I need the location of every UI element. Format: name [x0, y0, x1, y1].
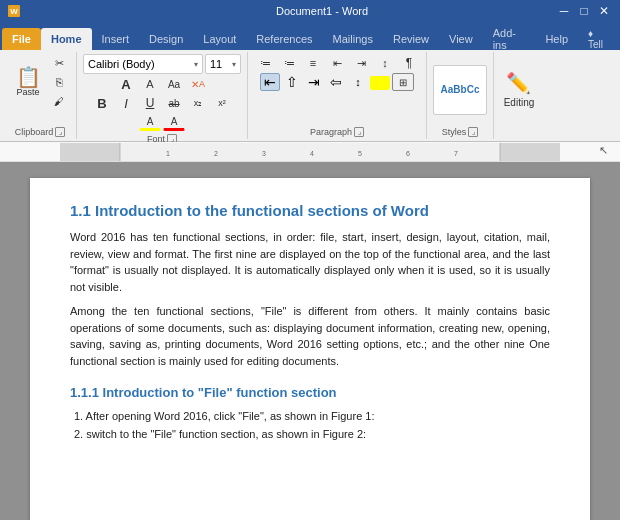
align-right-button[interactable]: ⇥: [304, 73, 324, 91]
paste-icon: 📋: [16, 67, 41, 87]
heading1: 1.1 Introduction to the functional secti…: [70, 202, 550, 219]
paragraph-group: ≔ ≔ ≡ ⇤ ⇥ ↕ ¶ ⇤ ⇧ ⇥ ⇦ ↕ ⊞ Paragraph ⌟: [248, 52, 427, 139]
align-center-button[interactable]: ⇧: [282, 73, 302, 91]
title-bar: W Document1 - Word ─ □ ✕: [0, 0, 620, 22]
para-row1: ≔ ≔ ≡ ⇤ ⇥ ↕ ¶: [254, 54, 420, 72]
sort-button[interactable]: ↕: [374, 54, 396, 72]
tab-mailings[interactable]: Mailings: [323, 28, 383, 50]
shading-button[interactable]: [370, 76, 390, 90]
editing-label: Editing: [504, 97, 535, 108]
document-page: 1.1 Introduction to the functional secti…: [30, 178, 590, 520]
paragraph-expand[interactable]: ⌟: [354, 127, 364, 137]
styles-group: AaBbCc Styles ⌟: [427, 52, 494, 139]
tab-references[interactable]: References: [246, 28, 322, 50]
tab-tell[interactable]: ♦ Tell: [578, 28, 618, 50]
svg-text:4: 4: [310, 150, 314, 157]
increase-indent-button[interactable]: ⇥: [350, 54, 372, 72]
heading2: 1.1.1 Introduction to "File" function se…: [70, 385, 550, 400]
paragraph1: Word 2016 has ten functional sections, i…: [70, 229, 550, 295]
tab-view[interactable]: View: [439, 28, 483, 50]
cut-button[interactable]: ✂: [48, 54, 70, 72]
minimize-button[interactable]: ─: [556, 3, 572, 19]
paste-button[interactable]: 📋 Paste: [10, 62, 46, 102]
editing-icon: ✏️: [506, 71, 531, 95]
subscript-button[interactable]: x₂: [187, 94, 209, 112]
text-highlight-button[interactable]: A: [139, 113, 161, 131]
format-painter-button[interactable]: 🖌: [48, 92, 70, 110]
font-row1: Calibri (Body) ▾ 11 ▾: [83, 54, 241, 74]
cursor-icon: ↖: [599, 144, 608, 157]
line-spacing-button[interactable]: ↕: [348, 73, 368, 91]
ribbon: 📋 Paste ✂ ⎘ 🖌 Clipboard ⌟ Calibri (Body)…: [0, 50, 620, 142]
tab-design[interactable]: Design: [139, 28, 193, 50]
tab-addins[interactable]: Add-ins: [483, 28, 536, 50]
tab-review[interactable]: Review: [383, 28, 439, 50]
font-name-dropdown[interactable]: Calibri (Body) ▾: [83, 54, 203, 74]
tab-layout[interactable]: Layout: [193, 28, 246, 50]
para-row2: ⇤ ⇧ ⇥ ⇦ ↕ ⊞: [260, 73, 414, 91]
ruler: // This is handled below 1 2 3 4 5 6 7 ↖: [0, 142, 620, 162]
bold-button[interactable]: B: [91, 94, 113, 112]
styles-preview: AaBbCc: [433, 65, 487, 115]
clipboard-label: Clipboard ⌟: [15, 125, 66, 137]
tab-insert[interactable]: Insert: [92, 28, 140, 50]
font-group: Calibri (Body) ▾ 11 ▾ A A Aa ✕A B I U ab…: [77, 52, 248, 139]
window-controls: ─ □ ✕: [556, 3, 612, 19]
increase-font-button[interactable]: A: [115, 75, 137, 93]
ribbon-tabs: File Home Insert Design Layout Reference…: [0, 22, 620, 50]
font-row4: A A: [139, 113, 185, 131]
document-area[interactable]: 1.1 Introduction to the functional secti…: [0, 162, 620, 520]
svg-text:1: 1: [166, 150, 170, 157]
justify-button[interactable]: ⇦: [326, 73, 346, 91]
styles-label: Styles ⌟: [442, 125, 479, 137]
svg-text:3: 3: [262, 150, 266, 157]
bullets-button[interactable]: ≔: [254, 54, 276, 72]
font-row3: B I U ab x₂ x²: [91, 94, 233, 112]
svg-text:2: 2: [214, 150, 218, 157]
svg-text:5: 5: [358, 150, 362, 157]
close-button[interactable]: ✕: [596, 3, 612, 19]
paragraph2: Among the ten functional sections, "File…: [70, 303, 550, 369]
font-dropdown-arrow: ▾: [194, 60, 198, 69]
underline-button[interactable]: U: [139, 94, 161, 112]
multilevel-list-button[interactable]: ≡: [302, 54, 324, 72]
copy-button[interactable]: ⎘: [48, 73, 70, 91]
border-button[interactable]: ⊞: [392, 73, 414, 91]
tab-file[interactable]: File: [2, 28, 41, 50]
tab-help[interactable]: Help: [535, 28, 578, 50]
ruler-svg: // This is handled below 1 2 3 4 5 6 7: [60, 143, 560, 161]
svg-text:6: 6: [406, 150, 410, 157]
show-marks-button[interactable]: ¶: [398, 54, 420, 72]
tab-home[interactable]: Home: [41, 28, 92, 50]
window-title: Document1 - Word: [88, 5, 556, 17]
styles-expand[interactable]: ⌟: [468, 127, 478, 137]
paragraph-label: Paragraph ⌟: [310, 125, 364, 137]
align-left-button[interactable]: ⇤: [260, 73, 280, 91]
svg-text:7: 7: [454, 150, 458, 157]
editing-group: ✏️ Editing ⌟: [494, 52, 544, 139]
editing-bottom: ⌟: [514, 125, 524, 137]
clipboard-top: 📋 Paste ✂ ⎘ 🖌: [10, 54, 70, 110]
decrease-indent-button[interactable]: ⇤: [326, 54, 348, 72]
clipboard-group: 📋 Paste ✂ ⎘ 🖌 Clipboard ⌟: [4, 52, 77, 139]
clipboard-expand[interactable]: ⌟: [55, 127, 65, 137]
list-item-2: 2. switch to the "File" function section…: [74, 426, 550, 444]
maximize-button[interactable]: □: [576, 3, 592, 19]
list-item-1: 1. After opening Word 2016, click "File"…: [74, 408, 550, 426]
superscript-button[interactable]: x²: [211, 94, 233, 112]
change-case-button[interactable]: Aa: [163, 75, 185, 93]
font-color-button[interactable]: A: [163, 113, 185, 131]
font-size-dropdown[interactable]: 11 ▾: [205, 54, 241, 74]
size-dropdown-arrow: ▾: [232, 60, 236, 69]
clear-format-button[interactable]: ✕A: [187, 75, 209, 93]
decrease-font-button[interactable]: A: [139, 75, 161, 93]
italic-button[interactable]: I: [115, 94, 137, 112]
font-row2: A A Aa ✕A: [115, 75, 209, 93]
numbering-button[interactable]: ≔: [278, 54, 300, 72]
strikethrough-button[interactable]: ab: [163, 94, 185, 112]
